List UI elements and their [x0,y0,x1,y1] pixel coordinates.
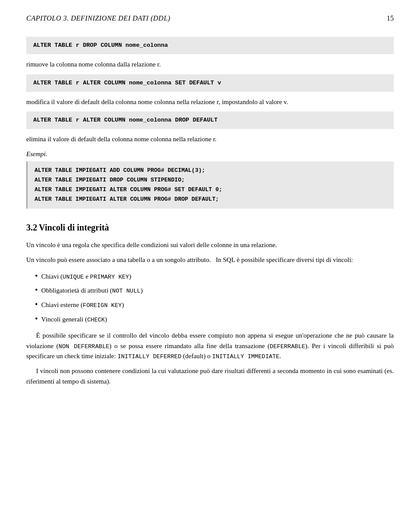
code-block-2: ALTER TABLE r ALTER COLUMN nome_colonna … [26,74,394,92]
code-block-1: ALTER TABLE r DROP COLUMN nome_colonna [26,37,394,54]
para-2-3: Un vincolo può essere associato a una ta… [26,255,394,265]
inline-code-foreign-key: FOREIGN KEY [83,302,122,309]
inline-code-primary-key: PRIMARY KEY [90,274,129,280]
list-item-1-text: Chiavi (UNIQUE e PRIMARY KEY) [41,271,131,282]
inline-code-initially-immediate: INITIALLY IMMEDIATE [212,353,280,360]
section-title: Vincoli di integrità [39,223,109,232]
page-header: CAPITOLO 3. DEFINIZIONE DEI DATI (DDL) 1… [26,13,394,24]
inline-code-non-deferrable: NON DEFERRABLE [59,343,109,350]
list-item-3: • Chiavi esterne (FOREIGN KEY) [35,300,394,311]
para-4: È possibile specificare se il controllo … [26,331,394,362]
bullet-list: • Chiavi (UNIQUE e PRIMARY KEY) • Obblig… [35,271,394,325]
section-heading: 3.2 Vincoli di integrità [26,221,394,234]
para-3-text: In SQL è possibile specificare diversi t… [216,256,353,263]
inline-code-check: CHECK [87,317,105,323]
bullet-dot-4: • [35,315,38,323]
list-item-3-text: Chiavi esterne (FOREIGN KEY) [41,300,124,311]
code-block-3: ALTER TABLE r ALTER COLUMN nome_colonna … [26,112,394,129]
chapter-title: CAPITOLO 3. DEFINIZIONE DEI DATI (DDL) [26,13,170,24]
para-5: I vincoli non possono contenere condizio… [26,366,394,387]
list-item-2: • Obbligatorietà di attributi (NOT NULL) [35,285,394,296]
para-1: Un vincolo è una regola che specifica de… [26,240,394,250]
text-3: elimina il valore di default della colon… [26,134,394,144]
text-1: rimuove la colonna nome colonna dalla re… [26,59,394,70]
bullet-dot-2: • [35,286,38,294]
section-number: 3.2 [26,223,37,232]
para-4-end3: . [280,352,281,359]
page-number: 15 [387,13,394,24]
list-item-4: • Vincoli generali (CHECK) [35,314,394,325]
para-4-end2: (default) o [181,352,212,359]
esempi-label: Esempi. [26,149,394,159]
inline-code-initially-deferred: INITIALLY DEFERRED [118,353,182,360]
list-item-1: • Chiavi (UNIQUE e PRIMARY KEY) [35,271,394,282]
bullet-dot-3: • [35,300,38,308]
text-2: modifica il valore di default della colo… [26,97,394,107]
para-2-text: Un vincolo può essere associato a una ta… [26,256,211,263]
code-example-block: ALTER TABLE IMPIEGATI ADD COLUMN PROG# D… [26,161,394,209]
list-item-4-text: Vincoli generali (CHECK) [41,314,107,325]
para-4-mid: ) o se possa essere rimandato alla fine … [109,342,270,349]
inline-code-unique: UNIQUE [63,274,84,280]
inline-code-deferrable: DEFERRABLE [270,343,305,350]
bullet-dot-1: • [35,272,38,280]
list-item-2-text: Obbligatorietà di attributi (NOT NULL) [41,285,143,296]
inline-code-not-null: NOT NULL [112,288,140,294]
